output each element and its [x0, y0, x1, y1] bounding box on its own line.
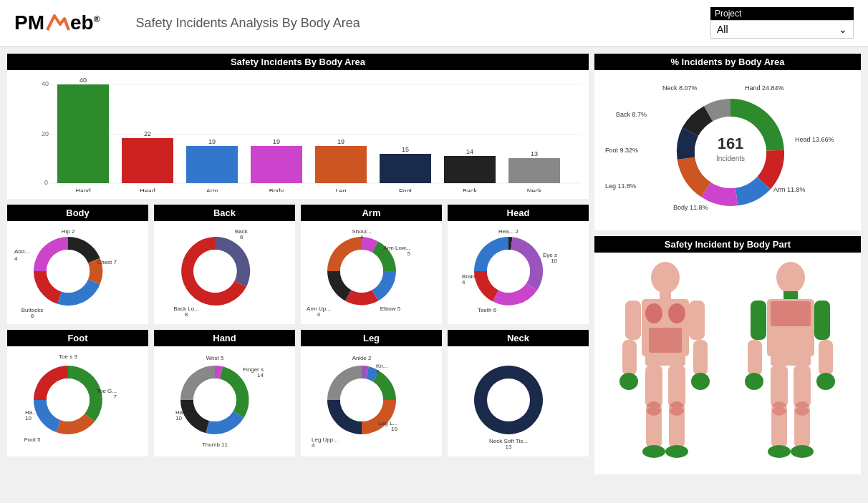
body-diagram [594, 253, 861, 474]
donut-back: Back Back 6 Back Lo... [154, 205, 295, 324]
svg-text:Foot: Foot [399, 187, 413, 192]
svg-point-97 [691, 373, 710, 390]
bar-body [251, 146, 302, 183]
svg-text:Back: Back [463, 187, 478, 192]
svg-text:Leg 11.8%: Leg 11.8% [605, 182, 636, 190]
svg-text:Elbow 5: Elbow 5 [380, 306, 401, 312]
bar-head [122, 138, 173, 183]
svg-text:Foot 5: Foot 5 [24, 436, 41, 443]
donut-foot-title: Foot [7, 330, 148, 346]
svg-point-89 [645, 303, 662, 323]
project-select[interactable]: All ⌄ [710, 20, 854, 39]
donut-neck: Neck Neck Soft Tis... 13 [448, 330, 589, 456]
donut-foot-svg: Toe s 3 Toe G... 7 Foot 5 Ha... 10 [11, 350, 125, 450]
svg-text:19: 19 [337, 138, 344, 145]
svg-text:6: 6 [240, 234, 243, 240]
svg-text:10: 10 [551, 258, 557, 264]
donut-foot: Foot Toe s 3 Toe [7, 330, 148, 456]
svg-text:Neck: Neck [527, 187, 542, 192]
svg-point-56 [193, 379, 236, 421]
project-filter: Project All ⌄ [710, 7, 854, 39]
svg-text:Arm Low...: Arm Low... [383, 245, 410, 251]
svg-point-123 [768, 445, 791, 458]
donut-leg-title: Leg [301, 330, 442, 346]
svg-text:Arm: Arm [206, 187, 218, 192]
bar-chart-title: Safety Incidents By Body Area [7, 54, 589, 70]
donut-hand-svg: Wrist 5 Finger s 14 Ha... 10 Thumb 11 [158, 350, 272, 450]
page-title: Safety Incidents Analysis By Body Area [136, 16, 360, 31]
svg-point-104 [665, 445, 688, 458]
svg-text:Foot 9.32%: Foot 9.32% [605, 147, 638, 154]
donut-row-1: Body [7, 205, 589, 324]
donut-leg-svg: Ankle 2 Kn... 3 Leg Upp... 4 Leg L... 10 [304, 350, 419, 450]
svg-rect-115 [819, 340, 833, 376]
bar-foot [380, 154, 431, 183]
svg-point-42 [487, 250, 530, 293]
svg-text:Hand 24.84%: Hand 24.84% [745, 84, 784, 92]
svg-text:10: 10 [175, 415, 182, 421]
svg-text:5: 5 [408, 250, 411, 257]
svg-point-86 [651, 262, 680, 293]
svg-text:7: 7 [114, 394, 117, 400]
svg-text:Body 11.8%: Body 11.8% [673, 204, 708, 211]
svg-text:4: 4 [462, 279, 466, 285]
donut-body-title: Body [7, 205, 148, 221]
svg-text:Hip 2: Hip 2 [62, 228, 75, 235]
svg-text:10: 10 [391, 426, 397, 432]
svg-rect-108 [783, 291, 798, 300]
logo-icon [44, 10, 70, 36]
svg-text:15: 15 [402, 146, 409, 153]
svg-text:Body: Body [269, 187, 284, 192]
donut-hand: Hand Wrist 5 [154, 330, 295, 456]
svg-point-117 [816, 373, 835, 390]
donut-neck-title: Neck [448, 330, 589, 346]
donut-arm-title: Arm [301, 205, 442, 221]
header: PM eb® Safety Incidents Analysis By Body… [0, 0, 868, 47]
pct-chart-title: % Incidents by Body Area [594, 54, 861, 70]
bar-leg [315, 146, 367, 183]
donut-arm-svg: Shoul... 4 Arm Low... 5 Arm Up... 4 Elbo… [304, 225, 419, 318]
svg-text:161: 161 [718, 135, 744, 152]
svg-rect-114 [748, 340, 762, 376]
svg-text:13: 13 [531, 150, 538, 157]
bar-chart-container: Safety Incidents By Body Area 40 20 0 [7, 54, 589, 199]
svg-text:40: 40 [79, 77, 87, 84]
svg-point-124 [791, 445, 814, 458]
donut-hand-title: Hand [154, 330, 295, 346]
donut-head-title: Head [448, 205, 589, 221]
svg-point-96 [619, 373, 638, 390]
right-panel: % Incidents by Body Area [594, 54, 861, 474]
svg-point-116 [745, 373, 763, 390]
bar-neck [508, 158, 560, 183]
svg-text:10: 10 [25, 415, 32, 421]
donut-body-svg: Hip 2 Chest 7 Abd... 4 Buttocks 6 [11, 225, 125, 318]
body-back-svg [735, 260, 846, 467]
bar-hand [57, 84, 109, 183]
svg-text:Hand: Hand [75, 187, 91, 192]
svg-rect-118 [771, 355, 811, 366]
svg-text:Incidents: Incidents [716, 155, 745, 162]
svg-point-29 [193, 250, 236, 293]
body-diagram-title: Safety Incident by Body Part [594, 236, 861, 253]
svg-text:Toe s 3: Toe s 3 [59, 353, 77, 360]
project-value: All [717, 24, 728, 35]
svg-text:22: 22 [144, 130, 151, 137]
svg-rect-112 [751, 301, 766, 340]
svg-rect-113 [814, 301, 830, 340]
svg-point-75 [695, 117, 766, 188]
svg-text:Head 13.66%: Head 13.66% [795, 136, 834, 143]
svg-point-34 [340, 250, 383, 293]
svg-text:Leg Upp...: Leg Upp... [312, 436, 338, 443]
svg-text:3: 3 [376, 368, 380, 375]
svg-text:Head: Head [140, 187, 155, 192]
bar-back [444, 156, 496, 183]
donut-row-2: Foot Toe s 3 Toe [7, 330, 589, 456]
bar-chart: 40 20 0 40 Hand 22 [7, 70, 589, 199]
app-wrapper: PM eb® Safety Incidents Analysis By Body… [0, 0, 868, 482]
svg-rect-91 [649, 328, 682, 353]
donut-leg: Leg [301, 330, 442, 456]
svg-rect-95 [693, 340, 708, 376]
logo: PM eb® [14, 10, 100, 36]
svg-text:14: 14 [466, 148, 473, 155]
svg-point-22 [47, 250, 90, 293]
